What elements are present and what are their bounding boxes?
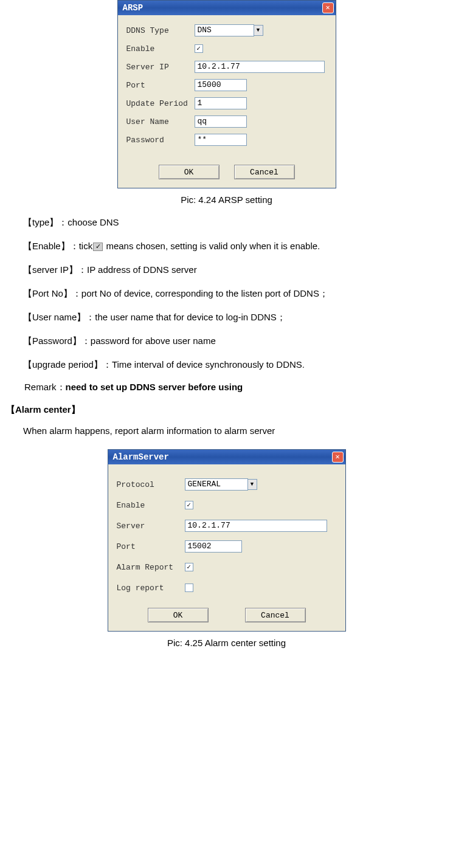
desc-port-no: 【Port No】：port No of device, correspondi…: [23, 287, 447, 300]
chevron-down-icon[interactable]: ▼: [247, 479, 257, 490]
user-name-input[interactable]: qq: [195, 115, 247, 128]
password-label: Password: [126, 136, 195, 145]
alarm-port-input[interactable]: 15002: [185, 540, 242, 553]
port-label: Port: [126, 81, 195, 90]
server-input[interactable]: 10.2.1.77: [185, 520, 327, 532]
arsp-title: ARSP: [123, 3, 144, 13]
alarm-server-dialog: AlarmServer ✕ Protocol GENERAL ▼ Enable …: [108, 449, 346, 632]
close-icon[interactable]: ✕: [322, 2, 334, 13]
figure-caption-4-25: Pic: 4.25 Alarm center setting: [6, 638, 447, 648]
alarm-enable-checkbox[interactable]: ✓: [185, 501, 193, 509]
port-input[interactable]: 15000: [195, 79, 247, 91]
protocol-select[interactable]: GENERAL ▼: [185, 478, 257, 491]
desc-upgrade-period: 【upgrade period】：Time interval of device…: [23, 358, 447, 371]
server-ip-input[interactable]: 10.2.1.77: [195, 61, 325, 73]
ok-button[interactable]: OK: [159, 165, 220, 179]
cancel-button[interactable]: Cancel: [234, 165, 295, 179]
arsp-descriptions: 【type】：choose DNS 【Enable】：tick✓ means c…: [6, 216, 447, 371]
alarm-center-header: 【Alarm center】: [6, 404, 447, 416]
desc-enable: 【Enable】：tick✓ means chosen, setting is …: [23, 239, 447, 252]
alarm-ok-button[interactable]: OK: [148, 608, 209, 622]
desc-enable-b: means chosen, setting is valid only when…: [103, 241, 320, 251]
arsp-titlebar[interactable]: ARSP ✕: [118, 1, 336, 15]
ddns-type-label: DDNS Type: [126, 26, 195, 35]
ddns-type-select[interactable]: DNS ▼: [195, 24, 263, 36]
log-report-label: Log report: [117, 584, 185, 593]
password-input[interactable]: **: [195, 134, 247, 146]
update-period-label: Update Period: [126, 99, 195, 108]
remark-label: Remark：: [24, 382, 66, 392]
enable-label: Enable: [126, 44, 195, 53]
alarm-titlebar[interactable]: AlarmServer ✕: [108, 450, 345, 464]
server-ip-label: Server IP: [126, 63, 195, 72]
alarm-report-label: Alarm Report: [117, 563, 185, 572]
alarm-enable-label: Enable: [117, 501, 185, 510]
alarm-cancel-button[interactable]: Cancel: [245, 608, 306, 622]
user-name-label: User Name: [126, 117, 195, 126]
arsp-dialog: ARSP ✕ DDNS Type DNS ▼ Enable ✓ Server I…: [117, 0, 336, 188]
alarm-center-desc: When alarm happens, report alarm informa…: [6, 425, 447, 436]
protocol-label: Protocol: [117, 480, 185, 489]
desc-password: 【Password】：password for above user name: [23, 334, 447, 347]
remark: Remark：need to set up DDNS server before…: [6, 382, 447, 393]
desc-server-ip: 【server IP】：IP address of DDNS server: [23, 263, 447, 276]
checkmark-icon: ✓: [93, 243, 103, 251]
server-label: Server: [117, 522, 185, 531]
figure-caption-4-24: Pic: 4.24 ARSP setting: [6, 195, 447, 205]
desc-enable-a: 【Enable】：tick: [23, 241, 92, 251]
remark-text: need to set up DDNS server before using: [66, 382, 243, 392]
ddns-type-value: DNS: [195, 24, 254, 36]
alarm-report-checkbox[interactable]: ✓: [185, 563, 193, 571]
alarm-port-label: Port: [117, 542, 185, 551]
desc-user-name: 【User name】：the user name that for devic…: [23, 311, 447, 323]
alarm-title: AlarmServer: [113, 452, 169, 462]
chevron-down-icon[interactable]: ▼: [254, 25, 263, 36]
close-icon[interactable]: ✕: [332, 452, 344, 463]
desc-type: 【type】：choose DNS: [23, 216, 447, 229]
protocol-value: GENERAL: [185, 478, 248, 491]
update-period-input[interactable]: 1: [195, 97, 247, 109]
enable-checkbox[interactable]: ✓: [195, 44, 203, 53]
log-report-checkbox[interactable]: [185, 584, 193, 592]
